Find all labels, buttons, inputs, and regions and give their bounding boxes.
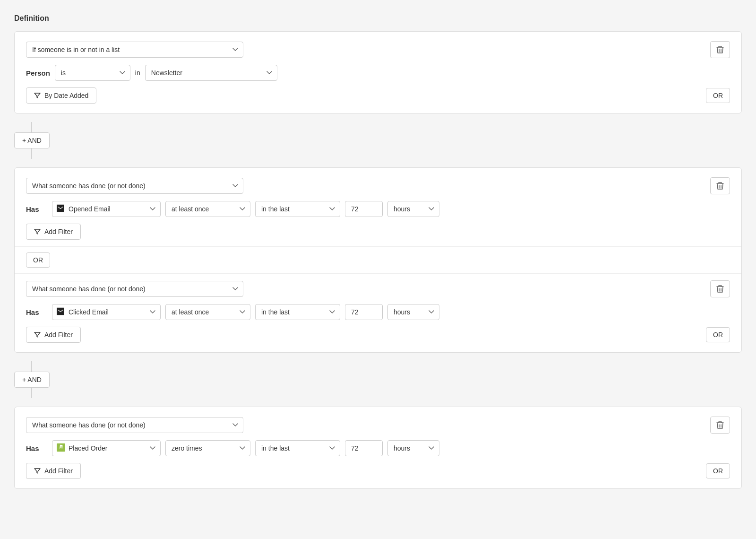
block2-main-select-wrapper: What someone has done (or not done): [26, 178, 243, 194]
block2-units-select[interactable]: hours: [387, 201, 439, 217]
block2-header: What someone has done (or not done): [26, 177, 730, 194]
block4-delete-button[interactable]: [710, 417, 730, 434]
trash-icon-3: [716, 285, 724, 293]
block3-delete-button[interactable]: [710, 280, 730, 297]
condition-block-23: What someone has done (or not done) Has …: [14, 167, 742, 353]
block4-main-select-wrapper: What someone has done (or not done): [26, 417, 243, 433]
block2-delete-button[interactable]: [710, 177, 730, 194]
block3-main-select-wrapper: What someone has done (or not done): [26, 281, 243, 297]
block1-main-select-wrapper: If someone is in or not in a list: [26, 42, 243, 58]
block1-header: If someone is in or not in a list: [26, 41, 730, 58]
block3-frequency-select[interactable]: at least once: [165, 304, 250, 320]
block2-has-row: Has Opened Email at least once in the la…: [26, 201, 730, 217]
and-button-1[interactable]: + AND: [14, 132, 50, 148]
condition-block-1: If someone is in or not in a list Person…: [14, 31, 742, 113]
filter-icon-3: [34, 331, 41, 338]
block2-has-label: Has: [26, 205, 47, 213]
block2-action-select[interactable]: Opened Email: [52, 201, 161, 217]
block4-or-button[interactable]: OR: [706, 463, 730, 478]
sub-block-2: What someone has done (or not done) Has …: [26, 177, 730, 240]
block1-main-select[interactable]: If someone is in or not in a list: [26, 42, 243, 58]
and-line-1: [31, 122, 32, 132]
block1-in-label: in: [135, 69, 140, 77]
block1-person-label: Person: [26, 69, 50, 77]
block2-frequency-select[interactable]: at least once: [165, 201, 250, 217]
block1-list-select[interactable]: Newsletter: [145, 65, 277, 81]
block3-time-range-select[interactable]: in the last: [255, 304, 340, 320]
block2-filter-row: Add Filter: [26, 224, 730, 240]
trash-icon: [716, 45, 724, 54]
filter-icon-4: [34, 468, 41, 474]
block2-number-input[interactable]: [345, 201, 383, 217]
and-line-2b: [31, 388, 32, 398]
block4-action-select[interactable]: Placed Order: [52, 440, 161, 456]
and-connector-2: + AND: [14, 361, 742, 398]
block4-main-select[interactable]: What someone has done (or not done): [26, 417, 243, 433]
page-title: Definition: [14, 14, 742, 23]
block4-header: What someone has done (or not done): [26, 417, 730, 434]
block3-action-select[interactable]: Clicked Email: [52, 304, 161, 320]
filter-icon-2: [34, 228, 41, 235]
block4-action-wrapper: Placed Order: [52, 440, 161, 456]
block1-filter-button[interactable]: By Date Added: [26, 87, 96, 104]
sub-block-3: What someone has done (or not done) Has …: [26, 280, 730, 343]
block2-time-range-select[interactable]: in the last: [255, 201, 340, 217]
block1-delete-button[interactable]: [710, 41, 730, 58]
and-line-1b: [31, 148, 32, 159]
and-connector-1: + AND: [14, 122, 742, 159]
block2-action-wrapper: Opened Email: [52, 201, 161, 217]
block1-is-select[interactable]: is: [55, 65, 130, 81]
block4-number-input[interactable]: [345, 440, 383, 456]
block3-units-select[interactable]: hours: [387, 304, 439, 320]
or-button-mid[interactable]: OR: [26, 252, 50, 268]
trash-icon-2: [716, 182, 724, 190]
block1-or-button[interactable]: OR: [706, 88, 730, 103]
trash-icon-4: [716, 421, 724, 429]
block4-has-label: Has: [26, 444, 47, 452]
block2-filter-button[interactable]: Add Filter: [26, 224, 81, 240]
block4-has-row: Has Placed Order zero times in the last …: [26, 440, 730, 456]
block1-footer: By Date Added OR: [26, 87, 730, 104]
block3-header: What someone has done (or not done): [26, 280, 730, 297]
and-line-2: [31, 361, 32, 372]
block3-number-input[interactable]: [345, 304, 383, 320]
block3-has-row: Has Clicked Email at least once in the l…: [26, 304, 730, 320]
block4-units-select[interactable]: hours: [387, 440, 439, 456]
block4-filter-button[interactable]: Add Filter: [26, 463, 81, 479]
filter-icon: [34, 92, 41, 99]
block3-main-select[interactable]: What someone has done (or not done): [26, 281, 243, 297]
block1-person-row: Person is in Newsletter: [26, 65, 730, 81]
block3-footer: Add Filter OR: [26, 327, 730, 343]
block3-has-label: Has: [26, 308, 47, 316]
and-button-2[interactable]: + AND: [14, 372, 50, 388]
block3-filter-button[interactable]: Add Filter: [26, 327, 81, 343]
block4-footer: Add Filter OR: [26, 463, 730, 479]
block3-action-wrapper: Clicked Email: [52, 304, 161, 320]
block4-frequency-select[interactable]: zero times: [165, 440, 250, 456]
or-connector-1: OR: [15, 246, 741, 274]
block2-main-select[interactable]: What someone has done (or not done): [26, 178, 243, 194]
block4-time-range-select[interactable]: in the last: [255, 440, 340, 456]
block3-or-button[interactable]: OR: [706, 327, 730, 342]
condition-block-4: What someone has done (or not done) Has …: [14, 407, 742, 489]
